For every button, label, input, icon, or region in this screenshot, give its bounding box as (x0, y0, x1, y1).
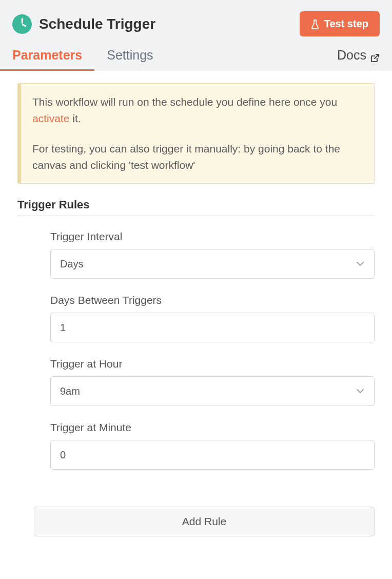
callout-text-1b: it. (69, 112, 81, 124)
chevron-down-icon (356, 387, 365, 396)
chevron-down-icon (356, 259, 365, 268)
minute-input[interactable] (50, 440, 375, 470)
hour-select[interactable]: 9am (50, 376, 375, 406)
callout-text-1a: This workflow will run on the schedule y… (32, 96, 337, 108)
interval-value: Days (60, 258, 84, 270)
test-step-button[interactable]: Test step (300, 11, 380, 36)
svg-line-1 (375, 54, 379, 59)
tab-settings[interactable]: Settings (107, 48, 153, 71)
external-link-icon (370, 51, 380, 60)
hour-label: Trigger at Hour (50, 358, 375, 370)
info-callout: This workflow will run on the schedule y… (17, 83, 375, 184)
flask-icon (311, 19, 319, 29)
days-between-label: Days Between Triggers (50, 294, 375, 306)
docs-link[interactable]: Docs (337, 48, 380, 71)
page-title: Schedule Trigger (39, 16, 155, 32)
test-step-label: Test step (324, 18, 368, 30)
minute-label: Trigger at Minute (50, 421, 375, 434)
callout-text-2: For testing, you can also trigger it man… (32, 141, 363, 173)
tab-parameters[interactable]: Parameters (12, 48, 82, 71)
clock-icon (12, 14, 32, 34)
add-rule-button[interactable]: Add Rule (34, 507, 375, 536)
interval-label: Trigger Interval (50, 230, 375, 243)
days-between-input[interactable] (50, 313, 375, 342)
activate-link[interactable]: activate (32, 112, 69, 124)
interval-select[interactable]: Days (50, 249, 375, 279)
docs-label: Docs (337, 48, 366, 63)
hour-value: 9am (60, 385, 80, 397)
section-title: Trigger Rules (17, 198, 375, 216)
